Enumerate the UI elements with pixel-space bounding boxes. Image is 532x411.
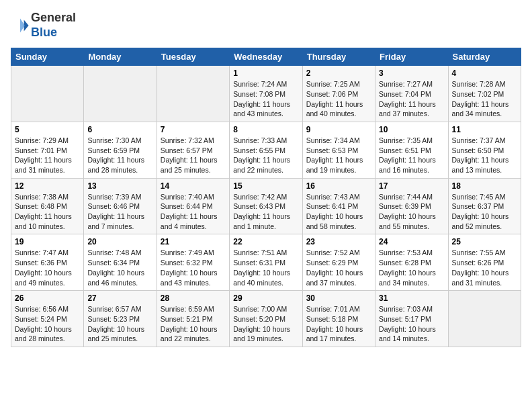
calendar-cell: 21Sunrise: 7:49 AM Sunset: 6:32 PM Dayli… — [157, 234, 229, 291]
day-info: Sunrise: 7:42 AM Sunset: 6:43 PM Dayligh… — [233, 192, 298, 232]
logo: General Blue — [11, 11, 76, 40]
day-number: 29 — [233, 293, 298, 303]
day-info: Sunrise: 7:30 AM Sunset: 6:59 PM Dayligh… — [87, 136, 152, 175]
day-number: 24 — [379, 237, 444, 246]
day-info: Sunrise: 7:29 AM Sunset: 7:01 PM Dayligh… — [15, 136, 80, 175]
day-of-week-header: Sunday — [11, 48, 84, 66]
day-info: Sunrise: 7:39 AM Sunset: 6:46 PM Dayligh… — [87, 192, 152, 232]
day-number: 20 — [87, 237, 152, 246]
logo-icon — [11, 16, 30, 35]
calendar-week-row: 1Sunrise: 7:24 AM Sunset: 7:08 PM Daylig… — [11, 66, 521, 122]
day-number: 18 — [452, 181, 517, 191]
day-number: 22 — [233, 237, 298, 246]
calendar-cell: 24Sunrise: 7:53 AM Sunset: 6:28 PM Dayli… — [375, 234, 448, 291]
calendar-cell: 6Sunrise: 7:30 AM Sunset: 6:59 PM Daylig… — [84, 122, 157, 178]
day-of-week-header: Tuesday — [157, 48, 229, 66]
day-of-week-header: Wednesday — [230, 48, 302, 66]
day-info: Sunrise: 7:37 AM Sunset: 6:50 PM Dayligh… — [452, 136, 517, 175]
day-number: 8 — [233, 125, 298, 134]
calendar-cell: 31Sunrise: 7:03 AM Sunset: 5:17 PM Dayli… — [375, 291, 448, 347]
calendar-week-row: 12Sunrise: 7:38 AM Sunset: 6:48 PM Dayli… — [11, 178, 521, 234]
day-info: Sunrise: 7:55 AM Sunset: 6:26 PM Dayligh… — [452, 248, 517, 287]
day-info: Sunrise: 7:00 AM Sunset: 5:20 PM Dayligh… — [233, 304, 298, 344]
calendar-cell: 19Sunrise: 7:47 AM Sunset: 6:36 PM Dayli… — [11, 234, 84, 291]
day-number: 1 — [233, 68, 298, 78]
calendar-cell: 4Sunrise: 7:28 AM Sunset: 7:02 PM Daylig… — [448, 66, 521, 122]
calendar-cell — [157, 66, 229, 122]
day-number: 4 — [452, 68, 517, 78]
calendar-cell: 3Sunrise: 7:27 AM Sunset: 7:04 PM Daylig… — [375, 66, 448, 122]
calendar-cell: 10Sunrise: 7:35 AM Sunset: 6:51 PM Dayli… — [375, 122, 448, 178]
logo-general-text: General — [31, 11, 76, 24]
day-number: 28 — [161, 293, 226, 303]
day-of-week-header: Saturday — [448, 48, 521, 66]
calendar-week-row: 26Sunrise: 6:56 AM Sunset: 5:24 PM Dayli… — [11, 291, 521, 347]
day-number: 23 — [306, 237, 371, 246]
calendar-cell: 23Sunrise: 7:52 AM Sunset: 6:29 PM Dayli… — [302, 234, 375, 291]
day-number: 27 — [87, 293, 152, 303]
calendar-cell: 18Sunrise: 7:45 AM Sunset: 6:37 PM Dayli… — [448, 178, 521, 234]
day-number: 25 — [452, 237, 517, 246]
day-number: 16 — [306, 181, 371, 191]
day-info: Sunrise: 6:57 AM Sunset: 5:23 PM Dayligh… — [87, 304, 152, 344]
day-info: Sunrise: 7:48 AM Sunset: 6:34 PM Dayligh… — [87, 248, 152, 287]
day-info: Sunrise: 7:34 AM Sunset: 6:53 PM Dayligh… — [306, 136, 371, 175]
day-info: Sunrise: 7:32 AM Sunset: 6:57 PM Dayligh… — [161, 136, 226, 175]
day-number: 10 — [379, 125, 444, 134]
calendar-cell: 27Sunrise: 6:57 AM Sunset: 5:23 PM Dayli… — [84, 291, 157, 347]
day-number: 26 — [15, 293, 80, 303]
calendar-cell: 28Sunrise: 6:59 AM Sunset: 5:21 PM Dayli… — [157, 291, 229, 347]
calendar-cell: 16Sunrise: 7:43 AM Sunset: 6:41 PM Dayli… — [302, 178, 375, 234]
calendar-cell: 13Sunrise: 7:39 AM Sunset: 6:46 PM Dayli… — [84, 178, 157, 234]
day-info: Sunrise: 7:53 AM Sunset: 6:28 PM Dayligh… — [379, 248, 444, 287]
calendar-cell: 29Sunrise: 7:00 AM Sunset: 5:20 PM Dayli… — [230, 291, 302, 347]
day-number: 6 — [87, 125, 152, 134]
calendar-cell: 22Sunrise: 7:51 AM Sunset: 6:31 PM Dayli… — [230, 234, 302, 291]
calendar-cell: 15Sunrise: 7:42 AM Sunset: 6:43 PM Dayli… — [230, 178, 302, 234]
day-number: 14 — [161, 181, 226, 191]
calendar-week-row: 5Sunrise: 7:29 AM Sunset: 7:01 PM Daylig… — [11, 122, 521, 178]
day-info: Sunrise: 7:44 AM Sunset: 6:39 PM Dayligh… — [379, 192, 444, 232]
day-info: Sunrise: 7:33 AM Sunset: 6:55 PM Dayligh… — [233, 136, 298, 175]
calendar-cell: 30Sunrise: 7:01 AM Sunset: 5:18 PM Dayli… — [302, 291, 375, 347]
calendar-cell: 5Sunrise: 7:29 AM Sunset: 7:01 PM Daylig… — [11, 122, 84, 178]
day-info: Sunrise: 7:47 AM Sunset: 6:36 PM Dayligh… — [15, 248, 80, 287]
day-info: Sunrise: 7:35 AM Sunset: 6:51 PM Dayligh… — [379, 136, 444, 175]
day-number: 15 — [233, 181, 298, 191]
day-of-week-header: Friday — [375, 48, 448, 66]
calendar-cell: 7Sunrise: 7:32 AM Sunset: 6:57 PM Daylig… — [157, 122, 229, 178]
calendar-cell — [84, 66, 157, 122]
day-info: Sunrise: 7:51 AM Sunset: 6:31 PM Dayligh… — [233, 248, 298, 287]
logo-blue-text: Blue — [31, 26, 57, 39]
day-info: Sunrise: 7:38 AM Sunset: 6:48 PM Dayligh… — [15, 192, 80, 232]
day-info: Sunrise: 7:01 AM Sunset: 5:18 PM Dayligh… — [306, 304, 371, 344]
day-info: Sunrise: 7:27 AM Sunset: 7:04 PM Dayligh… — [379, 79, 444, 119]
calendar-cell: 25Sunrise: 7:55 AM Sunset: 6:26 PM Dayli… — [448, 234, 521, 291]
day-info: Sunrise: 6:56 AM Sunset: 5:24 PM Dayligh… — [15, 304, 80, 344]
day-number: 11 — [452, 125, 517, 134]
day-number: 30 — [306, 293, 371, 303]
day-number: 17 — [379, 181, 444, 191]
day-number: 31 — [379, 293, 444, 303]
calendar-cell: 1Sunrise: 7:24 AM Sunset: 7:08 PM Daylig… — [230, 66, 302, 122]
calendar-week-row: 19Sunrise: 7:47 AM Sunset: 6:36 PM Dayli… — [11, 234, 521, 291]
day-info: Sunrise: 7:03 AM Sunset: 5:17 PM Dayligh… — [379, 304, 444, 344]
calendar-table: SundayMondayTuesdayWednesdayThursdayFrid… — [11, 48, 521, 347]
day-number: 19 — [15, 237, 80, 246]
day-number: 21 — [161, 237, 226, 246]
calendar-cell: 9Sunrise: 7:34 AM Sunset: 6:53 PM Daylig… — [302, 122, 375, 178]
day-info: Sunrise: 7:25 AM Sunset: 7:06 PM Dayligh… — [306, 79, 371, 119]
day-number: 2 — [306, 68, 371, 78]
calendar-cell: 20Sunrise: 7:48 AM Sunset: 6:34 PM Dayli… — [84, 234, 157, 291]
calendar-cell: 17Sunrise: 7:44 AM Sunset: 6:39 PM Dayli… — [375, 178, 448, 234]
day-of-week-header: Thursday — [302, 48, 375, 66]
calendar-cell — [448, 291, 521, 347]
day-info: Sunrise: 7:24 AM Sunset: 7:08 PM Dayligh… — [233, 79, 298, 119]
calendar-cell: 26Sunrise: 6:56 AM Sunset: 5:24 PM Dayli… — [11, 291, 84, 347]
day-of-week-header: Monday — [84, 48, 157, 66]
day-info: Sunrise: 7:43 AM Sunset: 6:41 PM Dayligh… — [306, 192, 371, 232]
calendar-cell: 11Sunrise: 7:37 AM Sunset: 6:50 PM Dayli… — [448, 122, 521, 178]
day-info: Sunrise: 7:40 AM Sunset: 6:44 PM Dayligh… — [161, 192, 226, 232]
day-number: 7 — [161, 125, 226, 134]
calendar-cell: 8Sunrise: 7:33 AM Sunset: 6:55 PM Daylig… — [230, 122, 302, 178]
